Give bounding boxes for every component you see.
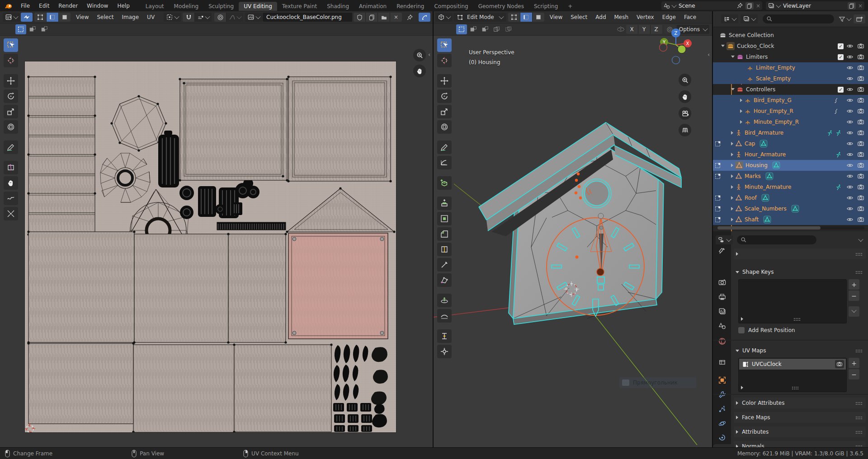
uv-select-mode-vertex[interactable] (34, 13, 47, 22)
tool-add-cube[interactable] (437, 176, 452, 190)
workspace-tab-shading[interactable]: Shading (322, 2, 354, 11)
uv-sync-selection-toggle[interactable] (21, 13, 33, 22)
hide-eye-toggle[interactable] (846, 162, 854, 169)
disclosure-triangle-icon[interactable] (740, 120, 742, 124)
hide-eye-toggle[interactable] (846, 108, 854, 115)
select-mode-subtract-button[interactable] (39, 24, 50, 34)
tool-select-box[interactable] (4, 38, 18, 52)
render-camera-toggle[interactable] (857, 86, 864, 93)
select-mode-intersect-button[interactable] (503, 24, 514, 34)
render-camera-toggle[interactable] (857, 173, 864, 180)
panel-grip-icon[interactable] (855, 431, 862, 434)
outliner-filter-button[interactable] (839, 16, 851, 23)
render-camera-toggle[interactable] (857, 53, 864, 61)
tool-3d-cursor[interactable] (437, 54, 452, 67)
outliner-row-scale-numbers[interactable]: Scale_Numbers (713, 203, 868, 214)
uv-menu-select[interactable]: Select (93, 14, 118, 20)
workspace-tab-modeling[interactable]: Modeling (169, 2, 204, 11)
menu-window[interactable]: Window (82, 3, 113, 9)
tool-scale[interactable] (437, 105, 452, 118)
outliner-row-housing[interactable]: Housing (713, 160, 868, 171)
render-camera-toggle[interactable] (857, 162, 864, 169)
render-camera-toggle[interactable] (857, 205, 864, 212)
tool-shrink-fatten[interactable] (437, 345, 452, 358)
outliner-row-limiters[interactable]: Limiters ✓ (713, 52, 868, 62)
snap-target-dropdown[interactable] (195, 13, 212, 22)
hide-eye-toggle[interactable] (846, 53, 854, 61)
tab-scene[interactable] (713, 319, 731, 333)
menu-help[interactable]: Help (113, 3, 134, 9)
zoom-in-overlay-button[interactable] (413, 49, 426, 61)
outliner-row-cuckoo-clock[interactable]: Cuckoo_Clock ✓ (713, 41, 868, 52)
outliner-filter-id-dropdown[interactable] (741, 14, 758, 23)
uv-menu-view[interactable]: View (72, 14, 93, 20)
outliner-row-marks[interactable]: Marks (713, 171, 868, 182)
render-camera-toggle[interactable] (857, 140, 864, 147)
editor-type-button-3d[interactable] (435, 13, 453, 22)
mirror-x-button[interactable]: X (626, 25, 638, 34)
outliner-row-cap[interactable]: Cap (713, 138, 868, 149)
blender-logo-icon[interactable] (5, 3, 13, 9)
workspace-tab-compositing[interactable]: Compositing (429, 2, 473, 11)
tool-annotate[interactable] (437, 141, 452, 154)
tab-view-layer[interactable] (713, 304, 731, 318)
hide-eye-toggle[interactable] (846, 42, 854, 50)
uv-select-mode-face[interactable] (59, 13, 71, 22)
v3d-menu-vertex[interactable]: Vertex (632, 14, 658, 20)
tool-move[interactable] (4, 74, 18, 88)
mode-dropdown[interactable]: Edit Mode (453, 13, 506, 22)
tool-measure[interactable] (437, 156, 452, 169)
v3d-menu-mesh[interactable]: Mesh (610, 14, 633, 20)
tab-physics[interactable] (713, 417, 731, 430)
tool-transform[interactable] (437, 120, 452, 134)
render-camera-toggle[interactable] (857, 183, 864, 191)
pin-icon[interactable] (736, 2, 743, 9)
workspace-tab-scripting[interactable]: Scripting (529, 2, 563, 11)
v3d-menu-select[interactable]: Select (566, 14, 591, 20)
disclosure-triangle-icon[interactable] (731, 174, 733, 178)
tool-loop-cut[interactable] (437, 243, 452, 256)
disclosure-triangle-icon[interactable] (740, 109, 742, 113)
disclosure-triangle-icon[interactable] (731, 196, 733, 200)
uv-select-mode-edge[interactable] (47, 13, 59, 22)
collection-checkbox[interactable]: ✓ (838, 87, 844, 93)
hide-eye-toggle[interactable] (846, 97, 854, 104)
attributes-panel-header[interactable]: Attributes (734, 426, 866, 437)
add-rest-position-row[interactable]: Add Rest Position (738, 327, 795, 333)
panel-grip-icon[interactable] (855, 416, 862, 419)
viewlayer-selector[interactable]: ViewLayer × (766, 1, 864, 10)
panel-grip-icon[interactable] (855, 271, 862, 274)
disclosure-triangle-icon[interactable] (731, 153, 733, 156)
duplicate-image-button[interactable] (366, 13, 378, 22)
render-camera-toggle[interactable] (857, 108, 864, 115)
add-uv-map-button[interactable]: + (849, 358, 859, 368)
render-camera-toggle[interactable] (857, 151, 864, 158)
workspace-tab-rendering[interactable]: Rendering (392, 2, 429, 11)
hide-eye-toggle[interactable] (846, 151, 854, 158)
tab-object[interactable] (713, 373, 731, 387)
add-shape-key-button[interactable]: + (849, 279, 859, 290)
tool-scale[interactable] (4, 105, 18, 118)
disclosure-triangle-icon[interactable] (731, 207, 733, 211)
uv-map-render-camera-toggle[interactable] (835, 360, 844, 368)
hide-eye-toggle[interactable] (846, 86, 854, 93)
menu-edit[interactable]: Edit (34, 3, 54, 9)
camera-view-overlay-button[interactable] (679, 107, 691, 120)
menu-render[interactable]: Render (54, 3, 82, 9)
tool-knife[interactable] (437, 258, 452, 272)
tool-smooth[interactable] (437, 309, 452, 323)
hide-eye-toggle[interactable] (846, 173, 854, 180)
face-maps-panel-header[interactable]: Face Maps (734, 412, 866, 423)
render-camera-toggle[interactable] (857, 118, 864, 126)
outliner-scrollbar[interactable] (717, 226, 864, 230)
unlink-scene-button[interactable]: × (756, 3, 760, 9)
tool-transform[interactable] (4, 120, 18, 134)
outliner-row-scale-empty[interactable]: Scale_Empty (713, 73, 868, 84)
outliner-row-scene-collection[interactable]: Scene Collection (713, 30, 868, 41)
tool-grab[interactable] (4, 176, 18, 190)
uv-map-item-uvcuclock[interactable]: UVCuClock (739, 359, 846, 370)
sidebar-collapse-arrow[interactable]: ‹ (428, 51, 430, 58)
outliner-search-input[interactable] (763, 14, 834, 23)
pin-image-button[interactable] (404, 13, 415, 22)
outliner-row-hour-armature[interactable]: Hour_Armature (713, 149, 868, 160)
